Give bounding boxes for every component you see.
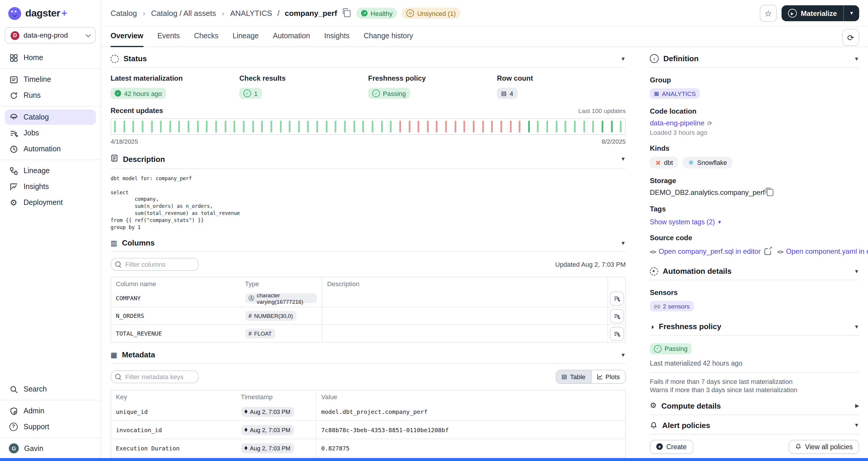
tab-lineage[interactable]: Lineage: [232, 32, 259, 47]
tab-insights[interactable]: Insights: [324, 32, 349, 47]
update-bar-failure[interactable]: [445, 121, 447, 133]
tab-events[interactable]: Events: [157, 32, 180, 47]
update-bar-failure[interactable]: [491, 121, 493, 133]
update-bar-success[interactable]: [252, 121, 254, 133]
update-bar-success[interactable]: [243, 121, 245, 133]
update-bar-success[interactable]: [114, 121, 116, 133]
update-bar-success[interactable]: [179, 121, 180, 133]
update-bar-success[interactable]: [565, 121, 567, 133]
update-bar-success[interactable]: [381, 121, 382, 133]
collapse-caret-icon[interactable]: ▼: [620, 56, 626, 61]
breadcrumb-catalog[interactable]: Catalog: [111, 9, 137, 18]
view-all-policies-button[interactable]: View all policies: [788, 439, 859, 454]
refresh-button[interactable]: ⟳: [842, 29, 859, 46]
sensors-badge[interactable]: ((•))2 sensors: [650, 301, 694, 312]
update-bar-success[interactable]: [390, 121, 392, 133]
update-bar-success[interactable]: [620, 121, 622, 133]
tab-change-history[interactable]: Change history: [364, 32, 413, 47]
update-bar-success[interactable]: [363, 121, 364, 133]
stat-badge[interactable]: ▤4: [497, 88, 517, 99]
tab-automation[interactable]: Automation: [273, 32, 310, 47]
expand-caret-icon[interactable]: ▶: [855, 403, 859, 409]
update-bar-failure[interactable]: [500, 121, 502, 133]
materialize-dropdown[interactable]: ▼: [844, 10, 859, 16]
update-bar-success[interactable]: [316, 121, 318, 133]
show-system-tags-link[interactable]: Show system tags (2): [650, 219, 715, 226]
update-bar-failure[interactable]: [519, 121, 521, 133]
column-actions-button[interactable]: [610, 309, 624, 323]
update-bar-success[interactable]: [123, 121, 125, 133]
sidebar-item-jobs[interactable]: Jobs: [5, 125, 96, 141]
update-bar-success[interactable]: [261, 121, 263, 133]
update-bar-failure[interactable]: [408, 121, 410, 133]
materialize-button[interactable]: ▶Materialize ▼: [781, 5, 859, 21]
update-bar-success[interactable]: [601, 121, 603, 133]
update-bar-success[interactable]: [151, 121, 153, 133]
update-bar-success[interactable]: [215, 121, 217, 133]
toggle-table-view[interactable]: ▤Table: [556, 371, 591, 383]
update-bar-failure[interactable]: [417, 121, 419, 133]
update-bar-success[interactable]: [353, 121, 355, 133]
update-bar-success[interactable]: [537, 121, 539, 133]
collapse-caret-icon[interactable]: ▼: [620, 240, 626, 246]
health-badge[interactable]: ↗Healthy: [356, 8, 397, 19]
reload-icon[interactable]: ⟳: [708, 120, 712, 126]
collapse-caret-icon[interactable]: ▼: [854, 56, 859, 61]
breadcrumb-group[interactable]: ANALYTICS: [230, 9, 272, 18]
update-bar-success[interactable]: [289, 121, 290, 133]
update-bar-success[interactable]: [271, 121, 272, 133]
sidebar-item-search[interactable]: Search: [5, 381, 96, 397]
update-bar-success[interactable]: [592, 121, 594, 133]
update-bar-success[interactable]: [574, 121, 576, 133]
unsynced-badge[interactable]: ⟳Unsynced (1): [402, 8, 461, 19]
column-actions-button[interactable]: [610, 291, 624, 306]
update-bar-failure[interactable]: [464, 121, 465, 133]
compute-details-section-header[interactable]: ⚙ Compute details ▶: [650, 401, 859, 410]
sidebar-item-catalog[interactable]: Catalog: [5, 110, 96, 125]
update-bar-success[interactable]: [528, 121, 530, 133]
column-actions-button[interactable]: [610, 327, 624, 341]
filter-metadata-input[interactable]: [111, 371, 199, 383]
sidebar-item-automation[interactable]: Automation: [5, 141, 96, 156]
update-bar-success[interactable]: [169, 121, 171, 133]
update-bar-success[interactable]: [188, 121, 189, 133]
update-bar-success[interactable]: [234, 121, 236, 133]
update-bar-success[interactable]: [372, 121, 373, 133]
code-location-link[interactable]: data-eng-pipeline: [650, 119, 705, 127]
update-bar-success[interactable]: [197, 121, 199, 133]
sidebar-item-runs[interactable]: Runs: [5, 88, 96, 103]
update-bar-failure[interactable]: [399, 121, 401, 133]
logo-row[interactable]: dagster+: [0, 0, 100, 25]
metadata-timestamp-badge[interactable]: ◆Aug 2, 7:03 PM: [241, 443, 294, 453]
breadcrumb-all-assets[interactable]: Catalog / All assets: [151, 9, 216, 18]
update-bar-success[interactable]: [160, 121, 162, 133]
update-bar-failure[interactable]: [473, 121, 474, 133]
metadata-timestamp-badge[interactable]: ◆Aug 2, 7:03 PM: [241, 425, 294, 435]
collapse-caret-icon[interactable]: ▼: [854, 422, 859, 428]
update-bar-failure[interactable]: [436, 121, 438, 133]
create-alert-button[interactable]: +Create: [650, 439, 693, 454]
collapse-caret-icon[interactable]: ▼: [854, 268, 859, 274]
metadata-timestamp-badge[interactable]: ◆Aug 2, 7:03 PM: [241, 407, 294, 417]
kind-badge-snowflake[interactable]: ❄Snowflake: [683, 156, 733, 168]
copy-icon[interactable]: [767, 189, 774, 196]
update-bar-success[interactable]: [556, 121, 558, 133]
tab-overview[interactable]: Overview: [111, 32, 143, 47]
open-in-editor-link[interactable]: Open company_perf.sql in editor: [659, 247, 761, 256]
stat-badge[interactable]: ✓Passing: [368, 88, 410, 99]
deployment-switcher[interactable]: D data-eng-prod: [5, 27, 96, 44]
stat-badge[interactable]: ✓42 hours ago: [111, 88, 166, 99]
sidebar-item-insights[interactable]: Insights: [5, 179, 96, 194]
update-bar-success[interactable]: [611, 121, 613, 133]
update-bar-success[interactable]: [326, 121, 327, 133]
tab-checks[interactable]: Checks: [194, 32, 218, 47]
favorite-button[interactable]: ☆: [760, 5, 777, 22]
collapse-caret-icon[interactable]: ▼: [854, 323, 859, 329]
sidebar-item-deployment[interactable]: ⚙Deployment: [5, 195, 96, 210]
toggle-plots-view[interactable]: Plots: [591, 371, 625, 383]
kind-badge-dbt[interactable]: dbt: [650, 156, 678, 168]
user-menu[interactable]: G Gavin: [5, 441, 96, 456]
collapse-caret-icon[interactable]: ▼: [620, 352, 626, 358]
filter-columns-input[interactable]: [111, 258, 199, 271]
update-bar-failure[interactable]: [482, 121, 484, 133]
